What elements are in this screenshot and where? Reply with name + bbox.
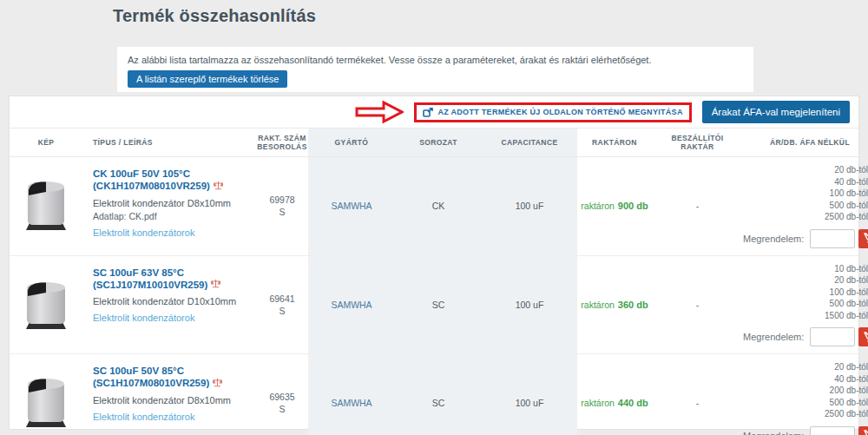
product-title-link[interactable]: SC 100uF 63V 85°C (SC1J107M10010VR259) (93, 267, 207, 290)
in-stock-label: raktáron (581, 201, 615, 211)
open-products-new-page-link[interactable]: AZ ADOTT TERMÉKEK ÚJ OLDALON TÖRTÉNŐ MEG… (414, 102, 691, 122)
price-tier: 20 db-tól45,20 Ft (834, 164, 868, 176)
order-label: Megrendelem: (743, 431, 804, 435)
product-info-cell: CK 100uF 50V 105°C (CK1H107M08010VR259) … (82, 157, 256, 255)
price-tier: 2500 db-tól33,20 Ft (825, 211, 868, 223)
manufacturer-cell: SAMWHA (308, 256, 395, 354)
in-stock-qty: 360 db (618, 300, 648, 310)
comparison-table-card: AZ ADOTT TERMÉKEK ÚJ OLDALON TÖRTÉNŐ MEG… (9, 96, 859, 430)
price-tier: 20 db-tól77,10 Ft (834, 274, 868, 287)
stock-class: S (279, 404, 285, 414)
price-tier: 500 db-tól37,90 Ft (830, 200, 868, 212)
remove-from-comparison-icon[interactable] (211, 279, 220, 291)
table-toolbar: AZ ADOTT TERMÉKEK ÚJ OLDALON TÖRTÉNŐ MEG… (10, 96, 858, 128)
header-price: ÁR/DB. ÁFA NÉLKÜL (743, 129, 858, 156)
remove-from-comparison-icon[interactable] (214, 181, 223, 193)
stock-number: 69978 (269, 194, 294, 205)
price-tier: 20 db-tól41,40 Ft (834, 361, 868, 373)
price-tier: 200 db-tól36,10 Ft (830, 385, 868, 397)
show-prices-with-vat-button[interactable]: Árakat ÁFA-val megjeleníteni (702, 101, 850, 123)
header-series: SOROZAT (395, 129, 482, 156)
add-to-cart-button[interactable] (858, 327, 868, 346)
cart-icon (864, 430, 868, 435)
product-image[interactable] (22, 178, 70, 234)
manufacturer-link[interactable]: SAMWHA (331, 300, 372, 310)
supplier-stock-cell: - (652, 256, 743, 354)
price-tier: 100 db-tól69,40 Ft (830, 287, 868, 299)
product-image-cell (10, 354, 82, 435)
manufacturer-link[interactable]: SAMWHA (331, 398, 372, 408)
table-header-row: KÉP TÍPUS / LEÍRÁS RAKT. SZÁM BESOROLÁS … (10, 128, 858, 157)
header-type-description: TÍPUS / LEÍRÁS (82, 129, 256, 156)
price-tier: 500 db-tól61,00 Ft (830, 298, 868, 310)
series-cell: SC (395, 354, 482, 435)
product-info-cell: SC 100uF 50V 85°C (SC1H107M08010VR259) E… (82, 354, 256, 435)
price-tier: 2500 db-tól30,30 Ft (825, 408, 868, 420)
quantity-input[interactable] (810, 229, 855, 248)
header-manufacturer: GYÁRTÓ (308, 129, 395, 156)
in-stock-label: raktáron (581, 398, 615, 408)
datasheet-file-link[interactable]: CK.pdf (128, 211, 156, 221)
supplier-stock-cell: - (652, 354, 743, 435)
in-stock-cell: raktáron 900 db (577, 157, 652, 255)
product-description: Elektrolit kondenzátor D8x10mm (93, 395, 253, 405)
price-tier: 40 db-tól40,30 Ft (834, 373, 868, 386)
page-title: Termék összehasonlítás (113, 6, 316, 26)
product-title: CK 100uF 50V 105°C (CK1H107M08010VR259) (93, 168, 253, 193)
capacitance-cell: 100 uF (482, 256, 577, 354)
product-description: Elektrolit kondenzátor D8x10mm (93, 198, 253, 208)
page: Termék összehasonlítás Az alábbi lista t… (0, 0, 868, 435)
product-image[interactable] (22, 375, 70, 431)
header-in-stock: RAKTÁRON (577, 129, 652, 156)
price-tier: 100 db-tól41,00 Ft (830, 188, 868, 200)
stock-number-cell: 69641 S (256, 256, 308, 354)
info-text: Az alábbi lista tartalmazza az összehaso… (128, 55, 743, 65)
price-cell: 10 db-tól79,60 Ft 20 db-tól77,10 Ft 100 … (743, 256, 868, 354)
header-supplier-stock: BESZÁLLÍTÓI RAKTÁR (652, 129, 743, 156)
in-stock-cell: raktáron 440 db (577, 354, 652, 435)
cart-icon (864, 332, 868, 343)
product-title-link[interactable]: SC 100uF 50V 85°C (SC1H107M08010VR259) (93, 366, 209, 388)
product-image[interactable] (22, 277, 70, 333)
price-cell: 20 db-tól41,40 Ft 40 db-tól40,30 Ft 200 … (743, 354, 868, 435)
manufacturer-link[interactable]: SAMWHA (331, 201, 372, 211)
order-controls: Megrendelem: (743, 426, 868, 435)
price-tier: 1500 db-tól57,50 Ft (825, 310, 868, 322)
product-title: SC 100uF 50V 85°C (SC1H107M08010VR259) (93, 365, 253, 390)
in-stock-label: raktáron (581, 300, 615, 310)
external-link-icon (423, 108, 433, 117)
product-image-cell (10, 256, 82, 354)
in-stock-qty: 900 db (618, 201, 648, 211)
product-title-link[interactable]: CK 100uF 50V 105°C (CK1H107M08010VR259) (93, 168, 210, 191)
remove-from-comparison-icon[interactable] (213, 378, 222, 390)
add-to-cart-button[interactable] (858, 229, 868, 248)
open-products-new-page-label: AZ ADOTT TERMÉKEK ÚJ OLDALON TÖRTÉNŐ MEG… (437, 108, 682, 116)
order-controls: Megrendelem: (743, 229, 868, 248)
product-category-link[interactable]: Elektrolit kondenzátorok (93, 313, 194, 323)
order-label: Megrendelem: (743, 234, 804, 244)
clear-comparison-list-button[interactable]: A listán szereplő termékek törlése (128, 70, 287, 88)
price-tier: 10 db-tól79,60 Ft (834, 263, 868, 275)
stock-number-cell: 69978 S (256, 157, 308, 255)
order-controls: Megrendelem: (743, 327, 868, 346)
quantity-input[interactable] (810, 327, 855, 346)
product-info-cell: SC 100uF 63V 85°C (SC1J107M10010VR259) E… (82, 256, 256, 354)
product-category-link[interactable]: Elektrolit kondenzátorok (93, 412, 194, 422)
datasheet-label: Adatlap: (93, 211, 127, 221)
capacitance-cell: 100 uF (482, 354, 577, 435)
manufacturer-cell: SAMWHA (308, 157, 395, 255)
red-arrow-annotation (355, 101, 404, 123)
add-to-cart-button[interactable] (858, 426, 868, 435)
product-image-cell (10, 157, 82, 255)
manufacturer-cell: SAMWHA (308, 354, 395, 435)
header-capacitance: CAPACITANCE (482, 129, 577, 156)
price-cell: 20 db-tól45,20 Ft 40 db-tól43,80 Ft 100 … (743, 157, 868, 255)
product-datasheet: Adatlap: CK.pdf (93, 211, 253, 221)
supplier-stock-cell: - (652, 157, 743, 255)
in-stock-qty: 440 db (618, 398, 648, 408)
stock-class: S (279, 306, 285, 316)
series-cell: CK (395, 157, 482, 255)
quantity-input[interactable] (810, 426, 855, 435)
product-category-link[interactable]: Elektrolit kondenzátorok (93, 227, 194, 238)
product-description: Elektrolit kondenzátor D10x10mm (93, 296, 253, 306)
